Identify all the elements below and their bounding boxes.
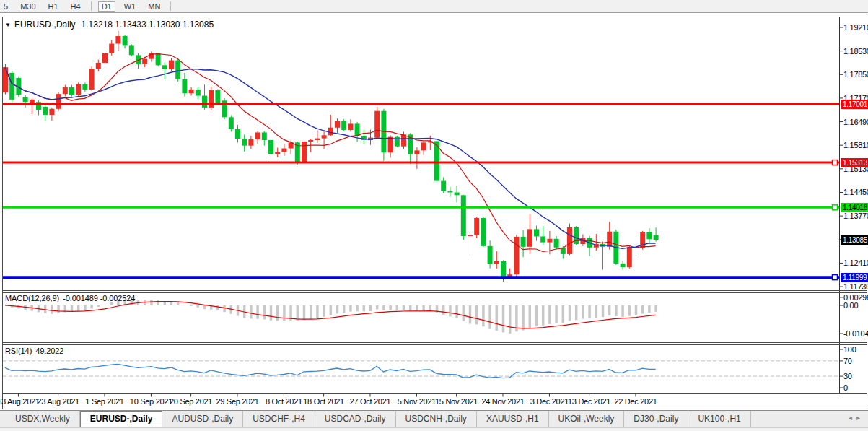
candle-body (76, 84, 81, 95)
candle-body (540, 236, 545, 242)
candle-body (182, 79, 187, 94)
candle-body (547, 239, 552, 243)
macd-tick-label: -0.01042 (843, 329, 868, 338)
hline-handle[interactable] (833, 205, 838, 210)
tab-xauusd-h1[interactable]: XAUUSD-,H1 (477, 411, 549, 427)
date-label: 27 Oct 2021 (350, 397, 391, 406)
candle-body (421, 142, 426, 150)
hline-handle[interactable] (833, 275, 838, 280)
candle-body (248, 139, 253, 146)
hline-price-badge: 1.11999 (841, 273, 868, 282)
chart-ohlc-values: 1.13218 1.13433 1.13030 1.13085 (82, 19, 214, 30)
candle-body (341, 121, 346, 130)
candle-body (129, 45, 134, 55)
candle-body (521, 237, 526, 247)
bottom-strip (0, 427, 868, 431)
tab-usdcnh-daily[interactable]: USDCNH-,Daily (396, 411, 477, 427)
rsi-tick-label: 30 (843, 372, 852, 380)
date-label: 1 Sep 2021 (85, 397, 123, 406)
tab-usdchf-h4[interactable]: USDCHF-,H4 (243, 411, 315, 427)
rsi-label: RSI(14)49.2022 (5, 347, 63, 355)
candle-body (43, 107, 48, 115)
candle-body (109, 44, 114, 53)
candle-body (646, 232, 652, 239)
tab-ukoil-weekly[interactable]: UKOil-,Weekly (549, 411, 625, 427)
candle-body (494, 261, 499, 264)
rsi-value: 49.2022 (35, 347, 63, 355)
chart-outer-frame (3, 17, 867, 409)
candle-body (189, 90, 194, 93)
date-label: 29 Sep 2021 (216, 397, 258, 406)
candle-body (63, 87, 68, 94)
date-label: 15 Nov 2021 (435, 397, 478, 406)
candle-body (308, 140, 313, 142)
candle-body (527, 229, 532, 246)
date-label: 13 Aug 2021 (0, 397, 40, 406)
candle-body (348, 123, 353, 130)
candle-body (441, 181, 446, 191)
candle-body (447, 191, 452, 193)
price-tick-label: 1.18530 (843, 47, 868, 56)
macd-values: -0.001489 -0.002524 (63, 294, 135, 302)
main-pane[interactable] (3, 31, 840, 282)
candle-body (115, 36, 120, 44)
candle-body (262, 132, 267, 140)
ma-line-21 (5, 67, 656, 248)
candle-body (162, 65, 167, 69)
chart-title: ▼EURUSD-,Daily1.13218 1.13433 1.13030 1.… (5, 19, 214, 30)
date-label: 20 Sep 2021 (170, 397, 212, 406)
candle-body (255, 132, 260, 139)
rsi-title: RSI(14) (5, 347, 32, 355)
tab-uk100-h1[interactable]: UK100-,H1 (688, 411, 750, 427)
candle-body (229, 117, 234, 129)
candle-body (322, 135, 327, 138)
symbol-tabbar: USDX,WeeklyEURUSD-,DailyAUDUSD-,DailyUSD… (0, 410, 868, 427)
candle-body (328, 128, 333, 136)
date-label: 3 Dec 2021 (530, 397, 569, 406)
candle-body (268, 140, 273, 154)
date-label: 23 Aug 2021 (37, 397, 79, 406)
candle-body (388, 137, 393, 153)
current-price-badge: 1.13085 (841, 235, 868, 245)
macd-pane[interactable] (5, 299, 656, 333)
candle-body (9, 73, 14, 100)
candlestick-series (3, 31, 659, 282)
price-tick-label: 1.15810 (843, 141, 868, 149)
date-label: 13 Dec 2021 (568, 397, 610, 406)
candle-body (374, 111, 380, 138)
candle-body (654, 235, 659, 240)
tab-usdcad-daily[interactable]: USDCAD-,Daily (315, 411, 396, 427)
rsi-tick-label: 100 (843, 345, 856, 354)
candle-body (474, 218, 479, 235)
rsi-tick-label: 70 (843, 357, 852, 365)
horizontal-level-lines[interactable] (3, 104, 840, 280)
price-tick-label: 1.19210 (843, 23, 868, 32)
hline-price-badge: 1.14016 (841, 203, 868, 212)
candle-body (169, 61, 174, 69)
tab-dj30-daily[interactable]: DJ30-,Daily (624, 411, 688, 427)
chart-canvas[interactable] (0, 0, 868, 431)
candle-body (281, 149, 286, 152)
candle-body (123, 36, 128, 45)
candle-body (468, 235, 473, 236)
chart-dropdown-icon: ▼ (5, 22, 11, 28)
candle-body (69, 87, 74, 95)
tab-eurusd-daily[interactable]: EURUSD-,Daily (80, 411, 163, 427)
candle-body (481, 218, 486, 246)
tab-scroll-left-icon[interactable]: ◂ (849, 414, 856, 422)
candle-body (567, 227, 572, 254)
candle-body (534, 229, 539, 236)
candle-body (215, 90, 220, 103)
hline-handle[interactable] (833, 160, 838, 165)
rsi-pane[interactable] (3, 361, 840, 378)
tab-audusd-daily[interactable]: AUDUSD-,Daily (162, 411, 243, 427)
candle-body (96, 63, 101, 69)
tab-scroll-right-icon[interactable]: ▸ (856, 414, 864, 422)
date-label: 8 Oct 2021 (266, 397, 302, 406)
price-tick-label: 1.13770 (843, 212, 868, 220)
candle-body (89, 69, 95, 90)
candle-body (275, 152, 280, 154)
candle-body (401, 134, 406, 146)
tab-usdx-weekly[interactable]: USDX,Weekly (6, 411, 80, 427)
rsi-tick-label: 0 (843, 383, 848, 392)
